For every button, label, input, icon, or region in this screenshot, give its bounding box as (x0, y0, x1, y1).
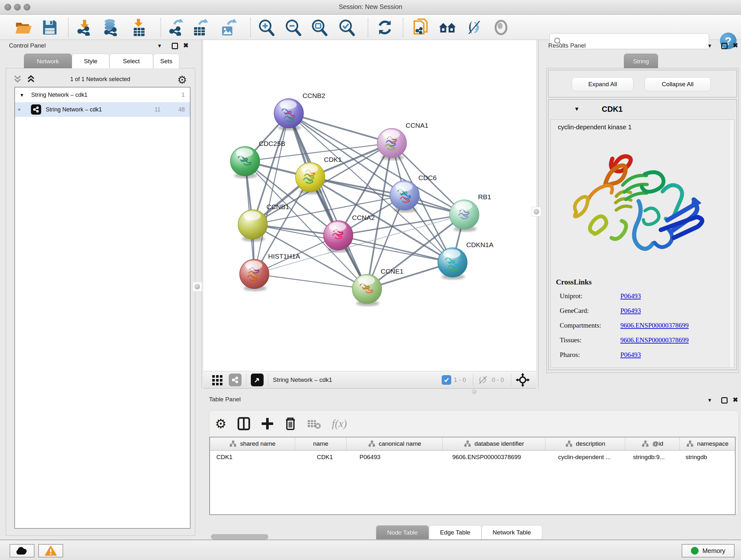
column-header-id[interactable]: @id (625, 437, 680, 450)
node-CDKN1A[interactable]: CDKN1A (438, 241, 493, 280)
column-header-description[interactable]: description (545, 437, 625, 450)
network-canvas[interactable]: CCNB2CCNA1CDC25BCDK1CDC6RB1CCNB1CCNA2CDK… (203, 40, 536, 371)
eye-slash-blue-icon (466, 20, 483, 35)
crosslinks-title: CrossLinks (556, 278, 592, 287)
table-row[interactable]: CDK1 CDK1 P06493 9606.ENSP00000378699 cy… (210, 450, 735, 463)
tab-sets[interactable]: Sets (153, 54, 179, 68)
refresh-button[interactable] (376, 18, 394, 37)
node-CDK1[interactable]: CDK1 (295, 156, 342, 194)
network-row-label: String Network – cdk1 (46, 106, 102, 113)
show-columns-icon[interactable] (238, 417, 250, 431)
cloud-status-button[interactable] (10, 544, 35, 557)
column-tree-icon (686, 440, 694, 447)
string-home-button[interactable] (439, 18, 456, 37)
add-column-icon[interactable] (261, 417, 274, 430)
crosslink-genecard-link[interactable]: P06493 (620, 307, 641, 315)
control-panel-collapse-icon[interactable]: ▼ (157, 43, 162, 49)
tree-expand-icon[interactable]: ▼ (19, 92, 24, 98)
column-tree-icon (565, 440, 573, 447)
results-panel-collapse-icon[interactable]: ▼ (707, 43, 712, 49)
tab-edge-table[interactable]: Edge Table (429, 525, 482, 540)
node-CCNB2[interactable]: CCNB2 (274, 92, 325, 131)
selected-checkbox-icon[interactable] (442, 375, 451, 385)
column-header-name[interactable]: name (295, 437, 347, 450)
edge-CCNB2-CCNE1[interactable] (289, 113, 367, 289)
crosslink-tissues-link[interactable]: 9606.ENSP00000378699 (620, 336, 689, 344)
network-type-icon (31, 105, 41, 115)
expand-all-button[interactable]: Expand All (572, 77, 633, 91)
control-panel-close-icon[interactable]: ✖ (183, 42, 189, 49)
export-network-button[interactable] (167, 18, 185, 37)
export-image-button[interactable] (219, 18, 238, 37)
status-bar: Memory (0, 540, 741, 560)
node-CDC25B[interactable]: CDC25B (230, 140, 285, 179)
import-table-file-button[interactable] (130, 18, 148, 37)
network-row[interactable]: ● String Network – cdk1 11 48 (15, 102, 190, 117)
pan-crosshair-icon[interactable] (516, 373, 530, 387)
hide-glass-button[interactable] (465, 18, 483, 37)
right-divider-handle[interactable] (532, 207, 541, 216)
crosslink-compartments-link[interactable]: 9606.ENSP00000378699 (620, 321, 689, 329)
grid-view-icon[interactable] (212, 374, 224, 386)
results-panel-close-icon[interactable]: ✖ (733, 42, 738, 49)
zoom-fit-button[interactable] (310, 18, 328, 37)
edge-CCNB2-HIST1H1A[interactable] (254, 113, 289, 274)
zoom-out-button[interactable] (284, 18, 302, 37)
column-header-database-identifier[interactable]: database identifier (443, 437, 545, 450)
network-options-gear-icon[interactable]: ⚙ (178, 73, 187, 86)
warnings-button[interactable] (38, 544, 63, 557)
edge-CCNB2-CCNA1[interactable] (289, 113, 392, 143)
node-CCNB1[interactable]: CCNB1 (238, 203, 289, 242)
table-panel-float-icon[interactable] (721, 397, 728, 403)
table-options-gear-icon[interactable]: ⚙ (215, 417, 226, 430)
zoom-selected-button[interactable] (338, 18, 355, 37)
tab-network[interactable]: Network (24, 54, 72, 68)
column-header-canonical-name[interactable]: canonical name (347, 437, 443, 450)
memory-status-dot (691, 547, 698, 555)
results-scrollbar[interactable] (729, 120, 734, 368)
crosslink-pharos-link[interactable]: P06493 (620, 351, 641, 359)
import-network-file-button[interactable] (75, 18, 93, 37)
column-header-namespace[interactable]: namespace (680, 437, 735, 450)
open-session-button[interactable] (15, 18, 32, 37)
zoom-fit-icon (311, 19, 328, 36)
left-divider-handle[interactable] (192, 282, 202, 292)
tab-style[interactable]: Style (72, 54, 110, 68)
delete-column-icon[interactable] (285, 417, 296, 431)
export-table-button[interactable] (192, 18, 209, 37)
node-RB1[interactable]: RB1 (450, 193, 491, 232)
column-header-shared-name[interactable]: shared name (210, 437, 295, 450)
node-label-CCNA2: CCNA2 (352, 214, 375, 221)
import-network-database-button[interactable] (102, 18, 119, 37)
homes-icon (439, 20, 456, 35)
control-panel-float-icon[interactable] (172, 43, 178, 49)
node-table: shared name name canonical name database… (209, 437, 736, 515)
table-panel-collapse-icon[interactable]: ▼ (707, 397, 712, 403)
horizontal-splitter-handle[interactable] (472, 389, 476, 394)
save-session-button[interactable] (41, 18, 59, 37)
crosslink-row: Tissues: 9606.ENSP00000378699 (551, 333, 734, 348)
tab-network-table[interactable]: Network Table (482, 525, 542, 540)
network-share-view-icon[interactable] (229, 374, 242, 386)
results-panel-float-icon[interactable] (721, 43, 728, 49)
gene-collapse-icon[interactable]: ▼ (574, 106, 580, 112)
function-builder-icon[interactable]: f(x) (332, 418, 347, 430)
edge-CCNE1-HIST1H1A[interactable] (254, 274, 367, 289)
string-network-graph[interactable]: CCNB2CCNA1CDC25BCDK1CDC6RB1CCNB1CCNA2CDK… (203, 40, 536, 371)
birdseye-view-icon[interactable] (251, 374, 264, 386)
show-glass-button[interactable] (492, 18, 510, 37)
crosslink-uniprot-link[interactable]: P06493 (620, 292, 641, 300)
string-import-button[interactable] (412, 18, 430, 37)
network-collection-row[interactable]: ▼ String Network – cdk1 1 (15, 87, 190, 102)
tab-select[interactable]: Select (110, 54, 153, 68)
table-panel-close-icon[interactable]: ✖ (733, 396, 738, 403)
memory-button[interactable]: Memory (682, 544, 735, 557)
tab-node-table[interactable]: Node Table (376, 525, 429, 540)
table-horizontal-scrollbar[interactable] (211, 534, 268, 540)
collapse-all-button[interactable]: Collapse All (645, 77, 711, 91)
node-label-RB1: RB1 (478, 193, 491, 200)
node-HIST1H1A[interactable]: HIST1H1A (240, 253, 300, 291)
tab-string-results[interactable]: String (624, 54, 658, 68)
delete-table-icon[interactable] (307, 418, 321, 429)
zoom-in-button[interactable] (257, 18, 275, 37)
